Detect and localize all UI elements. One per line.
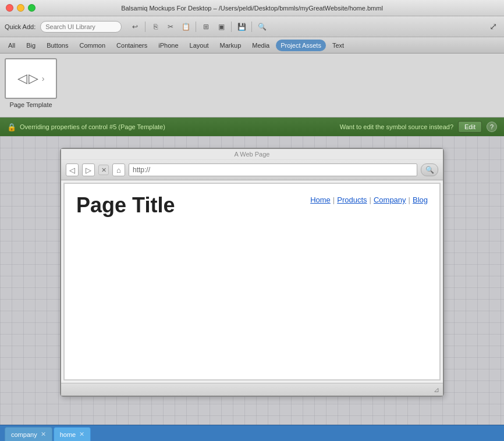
browser-home-button[interactable]: ⌂ — [112, 163, 125, 176]
category-tabs: All Big Buttons Common Containers iPhone… — [0, 37, 504, 54]
home-tab-label: home — [60, 431, 76, 438]
forward-arrow-icon: ▷ — [29, 71, 38, 86]
home-tab-close[interactable]: ✕ — [79, 431, 84, 438]
tab-markup[interactable]: Markup — [215, 40, 246, 51]
library-panel: ◁ ▷ › Page Template — [0, 54, 504, 118]
browser-back-button[interactable]: ◁ — [66, 163, 79, 176]
close-button[interactable] — [6, 4, 13, 12]
tab-layout[interactable]: Layout — [185, 40, 214, 51]
company-tab-close[interactable]: ✕ — [41, 431, 46, 438]
fullscreen-button[interactable]: ⤢ — [487, 20, 499, 33]
edit-symbol-button[interactable]: Edit — [458, 121, 482, 133]
resize-icon: ⊿ — [434, 386, 439, 394]
tab-buttons[interactable]: Buttons — [42, 40, 73, 51]
browser-title: A Web Page — [61, 149, 443, 160]
nav-links: Home | Products | Company | Blog — [310, 195, 428, 204]
browser-stop-button[interactable]: ✕ — [98, 165, 109, 175]
nav-arrows: ◁ ▷ › — [17, 71, 45, 86]
tab-company[interactable]: company ✕ — [5, 427, 52, 441]
tab-text[interactable]: Text — [328, 40, 349, 51]
nav-link-company[interactable]: Company — [374, 195, 406, 204]
minimize-button[interactable] — [17, 4, 24, 12]
chevron-icon: › — [42, 74, 45, 83]
browser-chrome: ◁ ▷ ✕ ⌂ http:// 🔍 — [61, 160, 443, 180]
separator — [145, 22, 145, 32]
tab-iphone[interactable]: iPhone — [154, 40, 183, 51]
zoom-button[interactable]: 🔍 — [255, 20, 268, 33]
browser-content: Page Title Home | Products | Company | B… — [63, 183, 441, 380]
window-title: Balsamiq Mockups For Desktop – /Users/pe… — [121, 5, 383, 12]
notification-action-text: Want to edit the symbol source instead? — [340, 123, 453, 130]
library-item-page-template[interactable]: ◁ ▷ › Page Template — [5, 58, 57, 108]
toolbar-icons: ↩ ⎘ ✂ 📋 ⊞ ▣ 💾 🔍 — [129, 20, 268, 33]
browser-status-bar: ⊿ — [61, 383, 443, 396]
browser-url-bar[interactable]: http:// — [129, 163, 417, 176]
lock-icon: 🔒 — [7, 123, 15, 131]
library-item-label: Page Template — [9, 101, 52, 108]
notification-message: Overriding properties of control #5 (Pag… — [20, 123, 335, 130]
window-controls — [6, 4, 36, 12]
separator3 — [231, 22, 232, 32]
browser-mockup: A Web Page ◁ ▷ ✕ ⌂ http:// 🔍 Page Title … — [60, 148, 444, 397]
quick-add-label: Quick Add: — [5, 23, 36, 30]
undo-button[interactable]: ↩ — [129, 20, 141, 33]
notification-bar: 🔒 Overriding properties of control #5 (P… — [0, 118, 504, 136]
tab-home[interactable]: home ✕ — [54, 427, 91, 441]
tab-containers[interactable]: Containers — [112, 40, 152, 51]
maximize-button[interactable] — [28, 4, 36, 12]
company-tab-label: company — [11, 431, 37, 438]
paste-button[interactable]: 📋 — [179, 20, 192, 33]
tab-common[interactable]: Common — [74, 40, 110, 51]
nav-link-blog[interactable]: Blog — [413, 195, 428, 204]
tab-project-assets[interactable]: Project Assets — [276, 40, 326, 51]
align-button[interactable]: ⊞ — [200, 20, 212, 33]
url-text: http:// — [133, 166, 150, 174]
title-bar: Balsamiq Mockups For Desktop – /Users/pe… — [0, 0, 504, 16]
help-button[interactable]: ? — [487, 122, 497, 132]
copy-button[interactable]: ⎘ — [149, 20, 162, 33]
search-input[interactable] — [40, 21, 122, 33]
browser-search-button[interactable]: 🔍 — [421, 163, 438, 176]
browser-forward-button[interactable]: ▷ — [82, 163, 95, 176]
tab-big[interactable]: Big — [22, 40, 40, 51]
save-button[interactable]: 💾 — [235, 20, 248, 33]
nav-sep-3: | — [409, 195, 410, 204]
nav-sep-1: | — [333, 195, 335, 204]
back-arrow-icon: ◁ — [17, 71, 27, 86]
nav-link-home[interactable]: Home — [310, 195, 331, 204]
page-template-thumb: ◁ ▷ › — [5, 58, 57, 99]
canvas-area: A Web Page ◁ ▷ ✕ ⌂ http:// 🔍 Page Title … — [0, 136, 504, 425]
separator4 — [251, 22, 252, 32]
cut-button[interactable]: ✂ — [164, 20, 177, 33]
bottom-tabs: company ✕ home ✕ — [0, 425, 504, 441]
nav-sep-2: | — [370, 195, 371, 204]
separator2 — [196, 22, 196, 32]
nav-link-products[interactable]: Products — [337, 195, 367, 204]
tab-media[interactable]: Media — [247, 40, 274, 51]
toolbar: Quick Add: ↩ ⎘ ✂ 📋 ⊞ ▣ 💾 🔍 ⤢ — [0, 16, 504, 37]
group-button[interactable]: ▣ — [215, 20, 228, 33]
tab-all[interactable]: All — [3, 40, 20, 51]
